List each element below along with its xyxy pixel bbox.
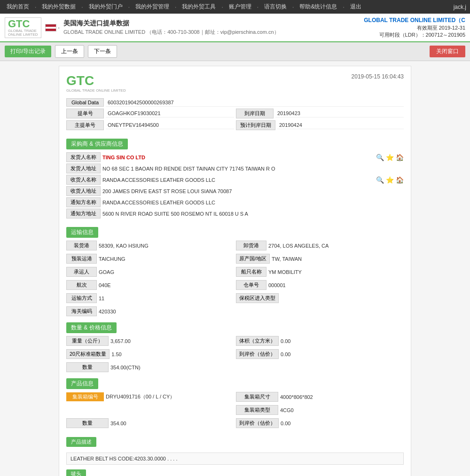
notify-name-value: RANDA ACCESSORIES LEATHER GOODS LLC [102, 200, 404, 205]
nav-management[interactable]: 我的外贸管理 [133, 2, 172, 12]
quantity-row: 数量 354.00(CTN) [66, 362, 404, 372]
supplier-section: 采购商 & 供应商信息 发货人名称 TING SIN CO LTD 🔍 ⭐ 🏠 … [66, 134, 404, 218]
consignee-search-icon[interactable]: 🔍 [376, 176, 384, 184]
voyage-row: 航次 040E [66, 280, 234, 290]
shipper-addr-row: 发货人地址 NO 68 SEC 1 BAOAN RD RENDE DIST TA… [66, 164, 404, 173]
quantity-section-header: 数量 & 价格信息 [66, 322, 117, 333]
nav-help[interactable]: 帮助&统计信息 [297, 2, 340, 12]
container-type-label: 集装箱类型 [236, 405, 278, 415]
voyage-label: 航次 [66, 280, 97, 290]
carrier-row: 承运人 GOAG [66, 267, 234, 277]
print-button[interactable]: 打印/导出记录 [5, 46, 51, 57]
warehouse-label: 仓单号 [236, 280, 266, 290]
transport-mode-label: 运输方式 [66, 293, 97, 303]
arrival-date-label: 到岸日期 [236, 109, 274, 118]
hs-code-label: 海关编码 [66, 306, 97, 316]
product-arrival-price-label: 到岸价（估价） [236, 418, 279, 428]
arrival-price-value: 0.00 [281, 351, 404, 357]
logo-box: GTC GLOBAL TRADEONLINE LIMITED [5, 17, 41, 38]
notify-addr-row: 通知方地址 5600 N RIVER ROAD SUITE 500 ROSEMO… [66, 209, 404, 218]
shipper-addr-label: 发货人地址 [66, 164, 101, 173]
global-data-row: Global Data 60032019042500000269387 [66, 98, 404, 107]
discharge-port-row: 卸货港 2704, LOS ANGELES, CA [236, 241, 404, 250]
transport-section: 运输信息 装货港 58309, KAO HSIUNG 卸货港 2704, LOS… [66, 222, 404, 318]
header-bar: GTC GLOBAL TRADEONLINE LIMITED · 美国海关进口提… [0, 14, 470, 42]
nav-home[interactable]: 我的首页 [4, 2, 32, 12]
nav-tools[interactable]: 我的外贸工具 [179, 2, 219, 12]
notify-addr-value: 5600 N RIVER ROAD SUITE 500 ROSEMO NT IL… [102, 211, 404, 217]
close-button[interactable]: 关闭窗口 [430, 46, 465, 57]
consignee-addr-label: 收货人地址 [66, 186, 101, 196]
star-icon[interactable]: ⭐ [386, 154, 394, 161]
product-section-header: 产品信息 [66, 378, 98, 389]
warehouse-value: 000001 [268, 282, 404, 288]
doc-header: GTC GLOBAL TRADE ONLINE LIMITED 2019-05-… [66, 73, 404, 93]
company-name: GLOBAL TRADE ONLINE LIMITED（C [364, 16, 465, 24]
quantity-section: 数量 & 价格信息 重量（公斤） 3,657.00 体积（立方米） 0.00 2… [66, 318, 404, 374]
page-title: 美国海关进口提单数据 [63, 19, 279, 28]
container-type-value: 4CG0 [280, 407, 404, 413]
validity-date: 有效期至 2019-12-31 [364, 24, 465, 31]
product-desc-section: 产品描述 [66, 432, 404, 450]
warehouse-row: 仓单号 000001 [236, 280, 404, 290]
container20-value: 1.50 [111, 351, 234, 357]
product-arrival-price-value: 0.00 [281, 421, 404, 426]
ftz-label: 保税区进入类型 [236, 293, 279, 303]
nav-language[interactable]: 语言切换 [261, 2, 290, 12]
arrival-date-row: 到岸日期 20190423 [236, 109, 404, 118]
notify-name-label: 通知方名称 [66, 197, 101, 207]
shipper-addr-value: NO 68 SEC 1 BAOAN RD RENDE DIST TAINAN C… [102, 166, 404, 172]
consignee-star-icon[interactable]: ⭐ [386, 176, 394, 184]
consignee-addr-row: 收货人地址 200 JAMES DRIVE EAST ST ROSE LOUI … [66, 186, 404, 196]
logo-gto: GTC [8, 19, 38, 29]
vessel-row: 船只名称 YM MOBILITY [236, 267, 404, 277]
nav-account[interactable]: 账户管理 [226, 2, 254, 12]
nav-portal[interactable]: 我的外贸门户 [86, 2, 125, 12]
doc-timestamp: 2019-05-15 16:04:43 [352, 73, 404, 80]
search-icon[interactable]: 🔍 [376, 154, 384, 161]
flag-separator: · [58, 24, 60, 31]
consignee-name-value: RANDA ACCESSORIES LEATHER GOODS LLC [102, 177, 372, 183]
product-section: 产品信息 集装箱编号 DRYU4091716（00 / L / CY） 集装箱尺… [66, 374, 404, 476]
master-bill-row: 主提单号 ONEYTPEV16494500 [66, 120, 234, 130]
shipper-icons: 🔍 ⭐ 🏠 [376, 154, 404, 161]
container20-label: 20尺标准箱数量 [66, 349, 110, 359]
document-container: GTC GLOBAL TRADE ONLINE LIMITED 2019-05-… [59, 66, 411, 476]
consignee-home-icon[interactable]: 🏠 [396, 176, 404, 184]
volume-row: 体积（立方米） 0.00 [236, 336, 404, 346]
nav-trade-data[interactable]: 我的外贸数据 [39, 2, 78, 12]
shipper-name-value: TING SIN CO LTD [102, 155, 372, 160]
prev-button[interactable]: 上一条 [55, 45, 84, 58]
nav-logout[interactable]: 退出 [347, 2, 364, 12]
master-bill-label: 主提单号 [66, 120, 104, 130]
product-qty-label: 数量 [66, 418, 109, 428]
hs-code-value: 420330 [99, 309, 404, 314]
supplier-section-header: 采购商 & 供应商信息 [66, 139, 128, 149]
origin-label: 原产国/地区 [236, 254, 270, 264]
marks-section: 唛头 [66, 468, 404, 476]
main-content: GTC GLOBAL TRADE ONLINE LIMITED 2019-05-… [0, 61, 470, 476]
doc-logo: GTC GLOBAL TRADE ONLINE LIMITED [66, 73, 126, 93]
est-voyage-row: 预装运港 TAICHUNG [66, 254, 234, 264]
arrival-price-row: 到岸价（估价） 0.00 [236, 349, 404, 359]
product-qty-value: 354.00 [110, 421, 234, 426]
notify-name-row: 通知方名称 RANDA ACCESSORIES LEATHER GOODS LL… [66, 197, 404, 207]
user-name: jack.j [454, 4, 466, 10]
global-data-label: Global Data [66, 98, 104, 107]
product-desc-header: 产品描述 [66, 437, 96, 447]
nav-items: 我的首页 · 我的外贸数据 · 我的外贸门户 · 我的外贸管理 · 我的外贸工具… [4, 2, 364, 12]
shipper-name-row: 发货人名称 TING SIN CO LTD 🔍 ⭐ 🏠 [66, 152, 404, 162]
weight-value: 3,657.00 [110, 338, 234, 344]
home-icon[interactable]: 🏠 [396, 154, 404, 161]
consignee-name-label: 收货人名称 [66, 175, 101, 185]
bill-no-label: 提单号 [66, 109, 104, 118]
consignee-icons: 🔍 ⭐ 🏠 [376, 176, 404, 184]
vessel-value: YM MOBILITY [268, 269, 404, 275]
global-data-value: 60032019042500000269387 [106, 99, 404, 107]
volume-label: 体积（立方米） [236, 336, 279, 346]
us-flag [45, 24, 56, 31]
est-arrival-value: 20190424 [277, 121, 404, 129]
next-button[interactable]: 下一条 [88, 45, 117, 58]
consignee-addr-value: 200 JAMES DRIVE EAST ST ROSE LOUI SIANA … [102, 188, 404, 194]
est-arrival-label: 预计到岸日期 [236, 120, 275, 130]
